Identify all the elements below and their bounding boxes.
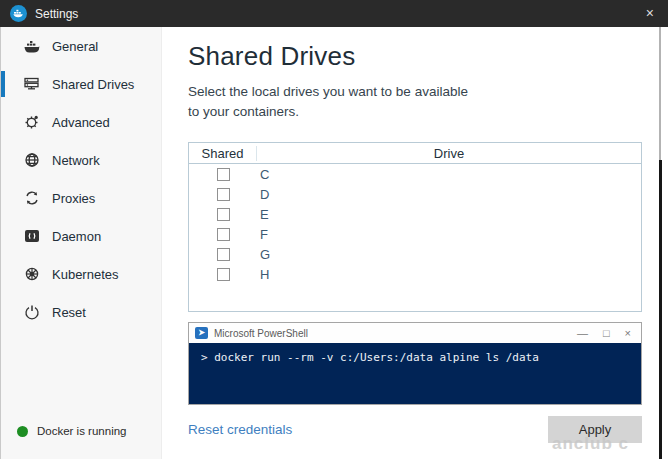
sidebar-item-network[interactable]: Network	[1, 141, 161, 179]
table-row: C	[189, 164, 641, 184]
window-title: Settings	[35, 7, 78, 21]
share-checkbox-f[interactable]	[217, 228, 230, 241]
drives-icon	[23, 76, 40, 93]
share-checkbox-d[interactable]	[217, 188, 230, 201]
page-description: Select the local drives you want to be a…	[188, 82, 473, 121]
ship-wheel-icon	[23, 266, 40, 283]
drive-letter: E	[257, 207, 641, 222]
sidebar-item-label: Shared Drives	[52, 77, 134, 92]
sidebar-item-proxies[interactable]: Proxies	[1, 179, 161, 217]
gear-icon	[23, 114, 40, 131]
drive-letter: G	[257, 247, 641, 262]
status-label: Docker is running	[37, 425, 126, 437]
table-header: Shared Drive	[189, 143, 641, 164]
powershell-title-bar: ➤ Microsoft PowerShell — □ ×	[189, 323, 641, 343]
drive-letter: H	[257, 267, 641, 282]
drive-letter: F	[257, 227, 641, 242]
selection-indicator	[1, 71, 5, 97]
table-row: G	[189, 244, 641, 264]
sidebar-item-advanced[interactable]: Advanced	[1, 103, 161, 141]
drive-letter: D	[257, 187, 641, 202]
power-icon	[23, 304, 40, 321]
sidebar-item-kubernetes[interactable]: Kubernetes	[1, 255, 161, 293]
selection-indicator	[1, 299, 5, 325]
sidebar-item-reset[interactable]: Reset	[1, 293, 161, 331]
minimize-icon[interactable]: —	[577, 328, 588, 339]
table-row: E	[189, 204, 641, 224]
table-row: H	[189, 264, 641, 284]
main-content: Shared Drives Select the local drives yo…	[162, 27, 656, 459]
background-edge-gray	[659, 27, 661, 160]
column-header-shared: Shared	[189, 146, 257, 161]
page-title: Shared Drives	[188, 41, 642, 72]
globe-icon	[23, 152, 40, 169]
share-checkbox-c[interactable]	[217, 168, 230, 181]
terminal-icon	[23, 228, 40, 245]
sidebar-item-label: General	[52, 39, 98, 54]
selection-indicator	[1, 147, 5, 173]
selection-indicator	[1, 33, 5, 59]
window-close-icon[interactable]: ×	[646, 5, 654, 21]
powershell-command: > docker run --rm -v c:/Users:/data alpi…	[201, 351, 641, 364]
table-row: F	[189, 224, 641, 244]
share-checkbox-e[interactable]	[217, 208, 230, 221]
shared-drives-table: Shared Drive C D E F G	[188, 142, 642, 312]
selection-indicator	[1, 185, 5, 211]
sidebar-item-general[interactable]: General	[1, 27, 161, 65]
reset-credentials-link[interactable]: Reset credentials	[188, 422, 292, 437]
close-icon[interactable]: ×	[625, 328, 631, 339]
table-row: D	[189, 184, 641, 204]
sidebar-item-label: Reset	[52, 305, 86, 320]
column-header-drive: Drive	[257, 146, 641, 161]
selection-indicator	[1, 109, 5, 135]
selection-indicator	[1, 261, 5, 287]
docker-status: Docker is running	[17, 425, 126, 437]
sidebar-item-label: Advanced	[52, 115, 110, 130]
sidebar-item-label: Kubernetes	[52, 267, 119, 282]
powershell-window: ➤ Microsoft PowerShell — □ × > docker ru…	[188, 322, 642, 405]
background-edge-black	[659, 160, 662, 459]
sidebar-item-label: Daemon	[52, 229, 101, 244]
settings-window: Settings × General	[0, 0, 668, 459]
docker-whale-icon	[10, 5, 27, 22]
powershell-console[interactable]: > docker run --rm -v c:/Users:/data alpi…	[189, 343, 641, 404]
maximize-icon[interactable]: □	[603, 328, 610, 339]
apply-button[interactable]: Apply	[548, 416, 642, 443]
sidebar-item-label: Proxies	[52, 191, 95, 206]
drive-letter: C	[257, 167, 641, 182]
sidebar-item-shared-drives[interactable]: Shared Drives	[1, 65, 161, 103]
share-checkbox-g[interactable]	[217, 248, 230, 261]
selection-indicator	[1, 223, 5, 249]
share-checkbox-h[interactable]	[217, 268, 230, 281]
powershell-title: Microsoft PowerShell	[214, 328, 577, 339]
sidebar: General Shared Drives	[1, 27, 162, 459]
sidebar-item-label: Network	[52, 153, 100, 168]
footer-bar: Reset credentials Apply	[188, 415, 642, 443]
title-bar: Settings ×	[0, 0, 668, 27]
powershell-icon: ➤	[195, 327, 208, 339]
status-dot-green	[17, 426, 28, 437]
sync-icon	[23, 190, 40, 207]
whale-icon	[23, 38, 40, 55]
sidebar-item-daemon[interactable]: Daemon	[1, 217, 161, 255]
